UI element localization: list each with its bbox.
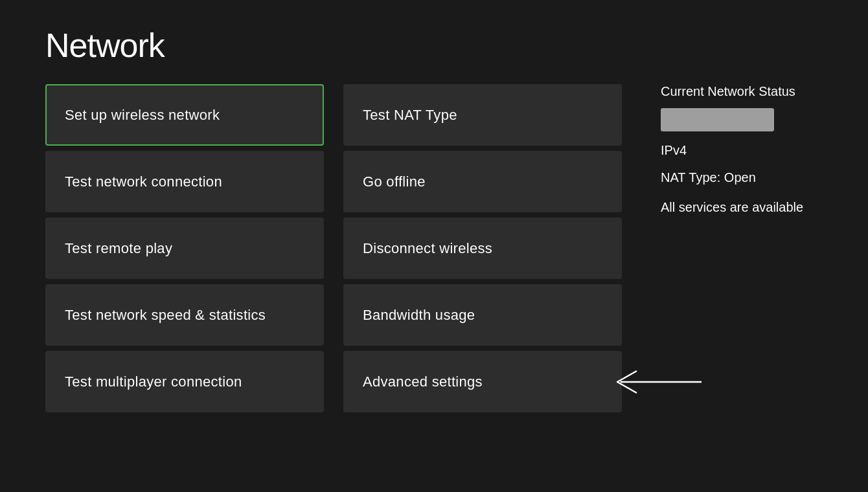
menu-item-go-offline[interactable]: Go offline [343,151,622,212]
menu-item-setup-wireless[interactable]: Set up wireless network [45,84,324,146]
menu-item-advanced-settings[interactable]: Advanced settings [343,351,622,412]
menu-item-go-offline-label: Go offline [363,173,426,190]
status-column: Current Network Status IPv4 NAT Type: Op… [641,84,823,466]
menu-item-disconnect-wireless[interactable]: Disconnect wireless [343,218,622,279]
menu-item-test-nat-type[interactable]: Test NAT Type [343,84,622,146]
menu-item-test-multiplayer-label: Test multiplayer connection [65,374,242,390]
menu-item-setup-wireless-label: Set up wireless network [65,107,220,124]
menu-item-disconnect-wireless-label: Disconnect wireless [363,240,492,257]
menu-item-test-nat-type-label: Test NAT Type [363,107,457,124]
menu-item-test-remote-play-label: Test remote play [65,240,172,257]
status-ipv4: IPv4 [661,139,823,161]
menu-item-test-network-connection-label: Test network connection [65,173,222,190]
menu-item-advanced-settings-label: Advanced settings [363,374,483,390]
menu-item-test-network-speed[interactable]: Test network speed & statistics [45,284,324,346]
menu-item-test-multiplayer[interactable]: Test multiplayer connection [45,351,324,412]
status-bar [661,108,774,131]
page-title: Network [45,26,823,65]
status-nat-type: NAT Type: Open [661,166,823,188]
status-services: All services are available [661,200,823,215]
menu-item-test-remote-play[interactable]: Test remote play [45,218,324,279]
back-arrow-icon [601,366,705,398]
menu-item-bandwidth-usage[interactable]: Bandwidth usage [343,284,622,346]
content-area: Set up wireless network Test network con… [45,84,823,466]
menu-item-bandwidth-usage-label: Bandwidth usage [363,307,475,324]
page-container: Network Set up wireless network Test net… [0,0,868,492]
status-title: Current Network Status [661,84,823,99]
menu-item-test-network-speed-label: Test network speed & statistics [65,307,266,324]
menu-item-test-network-connection[interactable]: Test network connection [45,151,324,212]
right-column: Test NAT Type Go offline Disconnect wire… [343,84,622,466]
left-column: Set up wireless network Test network con… [45,84,324,466]
arrow-container [601,366,705,398]
